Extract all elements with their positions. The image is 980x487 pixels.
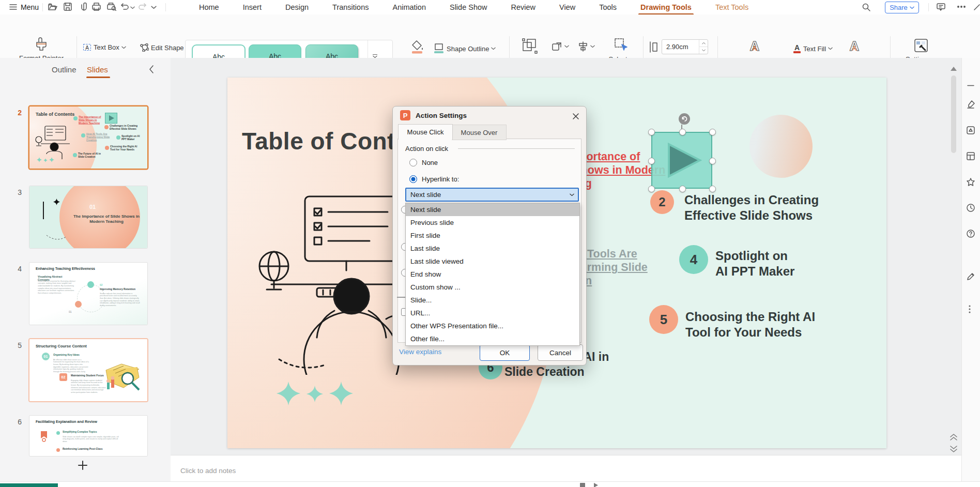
notes-area[interactable]: Click to add notes bbox=[171, 455, 961, 482]
list-option-other-wps-file[interactable]: Other WPS Presentation file... bbox=[406, 319, 579, 332]
design-styles-icon[interactable] bbox=[967, 126, 975, 134]
toc-item-5[interactable]: Choosing the Right AI Tool for Your Need… bbox=[685, 309, 815, 340]
slide-thumbnail-6[interactable]: Facilitating Explanation and Review Simp… bbox=[29, 416, 147, 456]
slide-thumbnail-2[interactable]: Table of Contents The Importance of Slid… bbox=[29, 106, 147, 169]
view-explains-link[interactable]: View explains bbox=[399, 348, 441, 356]
play-from-icon[interactable] bbox=[593, 483, 599, 487]
edit-pencil-icon[interactable] bbox=[967, 272, 975, 281]
height-decrease-button[interactable] bbox=[699, 47, 708, 54]
help-icon[interactable] bbox=[967, 230, 975, 238]
list-option-next-slide[interactable]: Next slide bbox=[406, 203, 579, 216]
resize-handle-nw[interactable] bbox=[648, 129, 655, 135]
height-increase-button[interactable] bbox=[699, 40, 708, 47]
radio-none[interactable] bbox=[409, 159, 417, 166]
tab-insert[interactable]: Insert bbox=[243, 3, 262, 11]
history-icon[interactable] bbox=[967, 204, 975, 212]
play-shape-body[interactable] bbox=[651, 132, 712, 189]
align-button[interactable] bbox=[578, 41, 595, 52]
next-slide-button[interactable] bbox=[950, 446, 958, 453]
tab-tools[interactable]: Tools bbox=[599, 3, 617, 11]
close-icon[interactable] bbox=[571, 111, 581, 121]
resize-handle-s[interactable] bbox=[679, 186, 686, 192]
search-icon[interactable] bbox=[862, 3, 870, 11]
tab-text-tools[interactable]: Text Tools bbox=[715, 3, 748, 11]
slide-thumbnail-5[interactable]: Structuring Course Content 01 Organizing… bbox=[29, 339, 147, 401]
comment-icon[interactable] bbox=[937, 3, 945, 11]
tab-mouse-click[interactable]: Mouse Click bbox=[398, 124, 453, 140]
list-option-url[interactable]: URL... bbox=[406, 307, 579, 319]
hyperlink-target-combobox[interactable]: Next slide bbox=[405, 188, 579, 202]
pin-icon[interactable] bbox=[80, 3, 87, 11]
tab-outline[interactable]: Outline bbox=[52, 65, 76, 74]
scrollbar-thumb[interactable] bbox=[951, 75, 956, 153]
save-icon[interactable] bbox=[64, 3, 72, 11]
cancel-button[interactable]: Cancel bbox=[538, 344, 583, 361]
resize-handle-sw[interactable] bbox=[648, 186, 655, 192]
toc-item-2[interactable]: Challenges in Creating Effective Slide S… bbox=[684, 192, 819, 223]
more-tools-icon[interactable] bbox=[969, 305, 971, 313]
list-option-previous-slide[interactable]: Previous slide bbox=[406, 216, 579, 229]
radio-none-label[interactable]: None bbox=[422, 159, 438, 166]
slide-thumbnail-4[interactable]: Enhancing Teaching Effectiveness Visuali… bbox=[29, 263, 147, 325]
text-box-button[interactable]: A Text Box bbox=[83, 43, 126, 51]
play-button-shape-selected[interactable] bbox=[651, 132, 712, 189]
tab-drawing-tools[interactable]: Drawing Tools bbox=[640, 3, 692, 11]
notes-placeholder[interactable]: Click to add notes bbox=[180, 467, 236, 475]
collapse-panel-icon[interactable] bbox=[149, 65, 154, 73]
toc-number-2[interactable]: 2 bbox=[650, 190, 674, 214]
toc-number-5[interactable]: 5 bbox=[649, 305, 678, 334]
toc-number-4[interactable]: 4 bbox=[679, 245, 708, 274]
print-preview-icon[interactable] bbox=[107, 3, 116, 11]
print-icon[interactable] bbox=[92, 3, 101, 11]
collapse-ribbon-icon[interactable] bbox=[974, 4, 980, 10]
tab-animation[interactable]: Animation bbox=[392, 3, 425, 11]
list-option-slide[interactable]: Slide... bbox=[406, 294, 579, 307]
edit-shape-button[interactable]: Edit Shape bbox=[140, 43, 191, 52]
resize-handle-se[interactable] bbox=[709, 186, 716, 192]
open-file-icon[interactable] bbox=[48, 3, 57, 11]
tab-design[interactable]: Design bbox=[285, 3, 309, 11]
tab-mouse-over[interactable]: Mouse Over bbox=[452, 125, 507, 140]
bring-forward-button[interactable] bbox=[552, 41, 569, 52]
radio-hyperlink[interactable] bbox=[409, 175, 417, 183]
tab-view[interactable]: View bbox=[559, 3, 575, 11]
layout-icon[interactable] bbox=[967, 152, 975, 160]
tab-slides[interactable]: Slides bbox=[87, 65, 108, 74]
share-button[interactable]: Share bbox=[885, 2, 919, 13]
list-option-first-slide[interactable]: First slide bbox=[406, 229, 579, 242]
resize-handle-e[interactable] bbox=[709, 158, 716, 164]
rotate-handle[interactable] bbox=[679, 113, 690, 125]
resize-handle-w[interactable] bbox=[648, 158, 655, 164]
radio-hyperlink-label[interactable]: Hyperlink to: bbox=[422, 175, 459, 183]
shape-height-input[interactable] bbox=[662, 42, 697, 51]
ok-button[interactable]: OK bbox=[480, 344, 530, 361]
tab-transitions[interactable]: Transitions bbox=[332, 3, 369, 11]
list-option-last-slide-viewed[interactable]: Last slide viewed bbox=[406, 255, 579, 268]
resize-handle-n[interactable] bbox=[679, 129, 686, 135]
more-options-icon[interactable] bbox=[957, 6, 966, 8]
resize-handle-ne[interactable] bbox=[709, 129, 716, 135]
menu-label[interactable]: Menu bbox=[21, 3, 39, 11]
previous-slide-button[interactable] bbox=[950, 433, 958, 440]
tab-review[interactable]: Review bbox=[511, 3, 536, 11]
toc-item-4[interactable]: Spotlight on AI PPT Maker bbox=[715, 248, 794, 279]
effects-star-icon[interactable] bbox=[967, 178, 975, 186]
shape-outline-button[interactable]: Shape Outline bbox=[433, 43, 496, 54]
hamburger-menu-icon[interactable] bbox=[9, 4, 17, 10]
scroll-up-button[interactable] bbox=[950, 66, 957, 71]
collapse-sidebar-icon[interactable] bbox=[967, 85, 974, 86]
list-option-custom-show[interactable]: Custom show ... bbox=[406, 281, 579, 294]
list-option-end-show[interactable]: End show bbox=[406, 268, 579, 281]
list-option-last-slide[interactable]: Last slide bbox=[406, 242, 579, 255]
format-brush-icon[interactable] bbox=[967, 100, 975, 109]
shape-height-field[interactable] bbox=[662, 39, 708, 54]
tab-home[interactable]: Home bbox=[199, 3, 219, 11]
action-settings-dialog[interactable]: P Action Settings Mouse Click Mouse Over… bbox=[392, 106, 587, 366]
list-option-other-file[interactable]: Other file... bbox=[406, 332, 579, 345]
tab-slide-show[interactable]: Slide Show bbox=[450, 3, 487, 11]
redo-icon[interactable] bbox=[139, 3, 147, 10]
slide-thumbnail-3[interactable]: 01 The Importance of Slide Shows in Mode… bbox=[29, 186, 147, 248]
undo-dropdown-icon[interactable] bbox=[130, 6, 135, 9]
add-slide-button[interactable] bbox=[78, 460, 88, 470]
quick-access-more-icon[interactable] bbox=[151, 6, 157, 9]
